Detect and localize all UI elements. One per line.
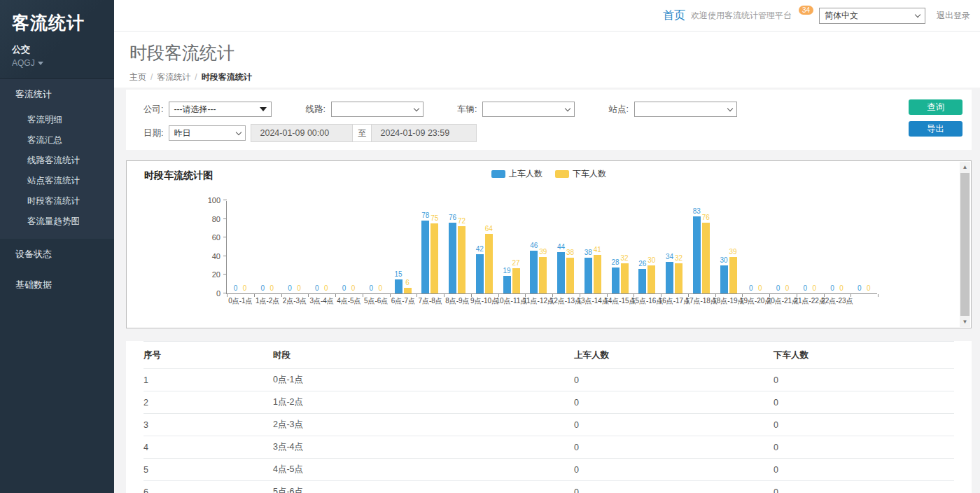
bar-value-label: 32 bbox=[668, 254, 690, 262]
x-axis-tick bbox=[281, 294, 282, 297]
start-date-input[interactable]: 2024-01-09 00:00 bbox=[251, 124, 352, 142]
chart-bar bbox=[729, 257, 737, 293]
date-preset-select[interactable]: 昨日 bbox=[169, 125, 246, 141]
chart-scrollbar[interactable]: ▲ ▼ bbox=[960, 162, 970, 327]
org-switcher[interactable]: AQGJ bbox=[12, 58, 114, 68]
sidebar-subitem[interactable]: 线路客流统计 bbox=[0, 151, 114, 171]
date-label: 日期: bbox=[144, 127, 163, 139]
legend-label: 上车人数 bbox=[509, 168, 542, 180]
sidebar-item-device-status[interactable]: 设备状态 bbox=[0, 239, 114, 270]
chart-bar bbox=[449, 223, 456, 293]
breadcrumb-separator: / bbox=[195, 72, 197, 82]
company-label: 公司: bbox=[144, 104, 163, 116]
sidebar-item-base-data[interactable]: 基础数据 bbox=[0, 270, 114, 300]
line-select[interactable] bbox=[331, 102, 424, 117]
chart-bar bbox=[404, 288, 412, 293]
chart-bar bbox=[612, 268, 620, 293]
table-cell: 0 bbox=[774, 369, 954, 391]
sidebar-subitem[interactable]: 客流汇总 bbox=[0, 130, 114, 151]
legend-item-boarding[interactable]: 上车人数 bbox=[491, 168, 542, 180]
language-select[interactable]: 简体中文 bbox=[819, 8, 925, 24]
y-axis-tick bbox=[223, 200, 227, 200]
bar-value-label: 76 bbox=[695, 214, 716, 221]
legend-label: 下车人数 bbox=[573, 168, 606, 180]
company-select[interactable]: ---请选择--- bbox=[169, 102, 272, 117]
y-axis-label: 80 bbox=[200, 215, 220, 223]
notification-badge: 34 bbox=[799, 6, 813, 15]
sidebar-item-passenger-stats[interactable]: 客流统计 bbox=[0, 79, 114, 110]
language-value: 简体中文 bbox=[825, 10, 858, 22]
org-name: 公交 bbox=[12, 43, 114, 56]
table-row: 32点-3点00 bbox=[144, 414, 954, 436]
home-link[interactable]: 首页 bbox=[663, 8, 685, 23]
x-axis-tick bbox=[308, 294, 309, 297]
table-cell: 6 bbox=[144, 481, 273, 493]
main-area: 首页 欢迎使用客流统计管理平台 34 简体中文 退出登录 时段客流统计 主页/客… bbox=[114, 0, 980, 493]
breadcrumb: 主页/客流统计/时段客流统计 bbox=[130, 71, 980, 83]
bar-value-label: 6 bbox=[397, 279, 418, 286]
chart-bar bbox=[666, 262, 673, 293]
chevron-down-icon bbox=[38, 62, 43, 65]
x-axis-tick bbox=[878, 294, 878, 297]
filter-panel: 公司: ---请选择--- 线路: 车辆: 站点: 日期: 昨日 2024-01… bbox=[126, 90, 972, 150]
table-cell: 1点-2点 bbox=[273, 391, 574, 414]
legend-item-alighting[interactable]: 下车人数 bbox=[555, 168, 606, 180]
scrollbar-thumb[interactable] bbox=[960, 173, 969, 316]
filter-row-2: 日期: 昨日 2024-01-09 00:00 至 2024-01-09 23:… bbox=[144, 124, 972, 142]
breadcrumb-parent[interactable]: 客流统计 bbox=[157, 72, 190, 82]
table-cell: 0 bbox=[574, 369, 774, 391]
x-axis-label: 7点-8点 bbox=[418, 296, 442, 306]
x-axis-label: 2点-3点 bbox=[283, 296, 307, 306]
line-label: 线路: bbox=[305, 104, 325, 116]
page-title: 时段客流统计 bbox=[130, 41, 980, 64]
table-cell: 4 bbox=[144, 436, 273, 459]
content: 公司: ---请选择--- 线路: 车辆: 站点: 日期: 昨日 2024-01… bbox=[114, 88, 980, 493]
sidebar-subitem[interactable]: 时段客流统计 bbox=[0, 191, 114, 211]
table-cell: 1 bbox=[144, 369, 273, 391]
table-cell: 0 bbox=[774, 414, 954, 436]
y-axis-tick bbox=[223, 237, 227, 237]
chart-bar bbox=[557, 252, 565, 293]
chart-plot: 020406080100000点-1点001点-2点002点-3点003点-4点… bbox=[226, 201, 877, 294]
col-header-timeslot: 时段 bbox=[273, 342, 574, 369]
chart-bar bbox=[584, 258, 592, 293]
chart-bar bbox=[621, 263, 629, 293]
x-axis-tick bbox=[850, 294, 851, 297]
breadcrumb-home[interactable]: 主页 bbox=[130, 72, 146, 82]
end-date-input[interactable]: 2024-01-09 23:59 bbox=[372, 124, 477, 142]
chart-bar bbox=[648, 265, 655, 293]
table-row: 10点-1点00 bbox=[144, 369, 954, 391]
sidebar-subitem[interactable]: 客流量趋势图 bbox=[0, 211, 114, 232]
y-axis-label: 40 bbox=[200, 252, 220, 261]
stats-table: 序号 时段 上车人数 下车人数 10点-1点0021点-2点0032点-3点00… bbox=[144, 341, 954, 493]
chart-title: 时段车流统计图 bbox=[144, 169, 213, 182]
scroll-up-icon[interactable]: ▲ bbox=[960, 162, 970, 172]
table-cell: 5 bbox=[144, 459, 273, 481]
x-axis-tick bbox=[416, 294, 417, 297]
table-cell: 0 bbox=[574, 436, 774, 459]
x-axis-tick bbox=[227, 294, 227, 297]
chart-panel: 时段车流统计图 上车人数 下车人数 020406080100000点-1点001… bbox=[126, 160, 972, 328]
table-cell: 0点-1点 bbox=[273, 369, 574, 391]
logout-link[interactable]: 退出登录 bbox=[937, 10, 970, 22]
chevron-down-icon bbox=[414, 105, 419, 111]
sidebar-subitem[interactable]: 客流明细 bbox=[0, 110, 114, 130]
table-panel: 序号 时段 上车人数 下车人数 10点-1点0021点-2点0032点-3点00… bbox=[126, 341, 972, 493]
table-row: 21点-2点00 bbox=[144, 391, 954, 414]
x-axis-label: 8点-9点 bbox=[445, 296, 469, 306]
sidebar-subitem[interactable]: 站点客流统计 bbox=[0, 171, 114, 191]
export-button[interactable]: 导出 bbox=[909, 121, 962, 137]
caret-down-icon bbox=[260, 107, 267, 111]
chart-bar bbox=[566, 258, 574, 293]
station-select[interactable] bbox=[634, 102, 737, 117]
table-cell: 0 bbox=[574, 481, 774, 493]
table-header-row: 序号 时段 上车人数 下车人数 bbox=[144, 342, 954, 369]
chart-bar bbox=[702, 223, 710, 293]
search-button[interactable]: 查询 bbox=[909, 99, 962, 115]
vehicle-select[interactable] bbox=[482, 102, 575, 117]
scroll-down-icon[interactable]: ▼ bbox=[960, 317, 970, 327]
sidebar-section-passenger-stats: 客流统计 客流明细客流汇总线路客流统计站点客流统计时段客流统计客流量趋势图 bbox=[0, 78, 114, 239]
chart-bar bbox=[485, 234, 493, 293]
chevron-down-icon bbox=[236, 129, 241, 134]
x-axis-tick bbox=[335, 294, 336, 297]
